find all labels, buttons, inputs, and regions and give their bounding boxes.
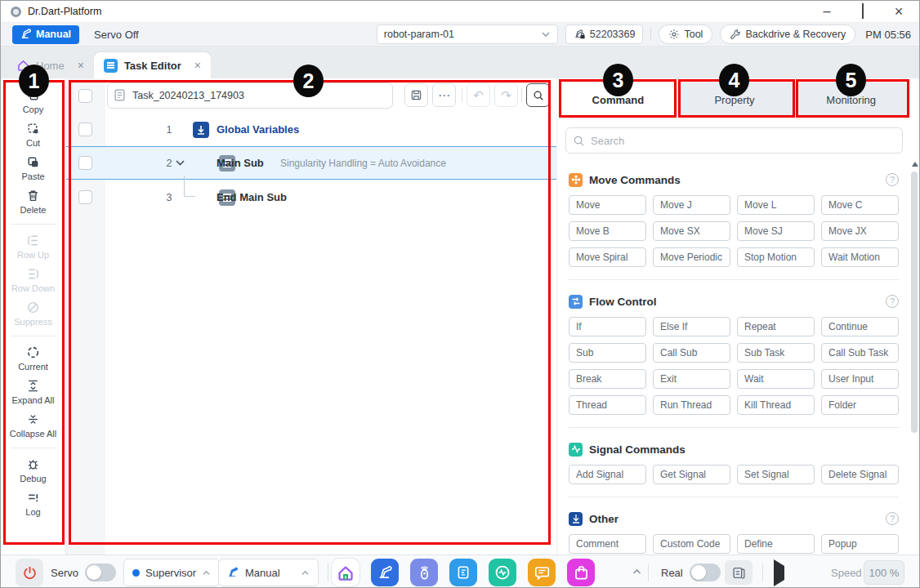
command-button[interactable]: Call Sub Task bbox=[821, 343, 899, 363]
tab-task-editor[interactable]: Task Editor × bbox=[94, 52, 211, 78]
speed-value[interactable]: 100 % bbox=[864, 560, 904, 585]
tool-button[interactable]: Tool bbox=[659, 24, 712, 44]
row-checkbox[interactable] bbox=[78, 156, 92, 170]
command-button[interactable]: Comment bbox=[569, 534, 646, 554]
tab-property[interactable]: Property bbox=[677, 82, 793, 118]
maximize-button[interactable] bbox=[855, 4, 870, 19]
jog-app-icon[interactable] bbox=[410, 559, 438, 586]
row-checkbox[interactable] bbox=[78, 190, 92, 204]
command-button[interactable]: Move bbox=[569, 195, 646, 215]
save-task-button[interactable] bbox=[404, 83, 428, 107]
minimize-button[interactable]: – bbox=[820, 4, 834, 19]
command-button[interactable]: Move Periodic bbox=[653, 247, 730, 267]
task-row-main-sub[interactable]: 2 Main Sub Singularity Handling = Auto A… bbox=[66, 146, 556, 180]
robot-mode-select[interactable]: Manual bbox=[218, 559, 319, 586]
command-button[interactable]: Thread bbox=[569, 395, 646, 415]
command-button[interactable]: Move JX bbox=[821, 221, 899, 241]
debug-button[interactable]: Debug bbox=[20, 457, 46, 483]
command-button[interactable]: Set Signal bbox=[737, 465, 815, 484]
taskbar-chevron-up-icon[interactable] bbox=[632, 568, 642, 575]
command-button[interactable]: Repeat bbox=[737, 317, 815, 336]
log-button[interactable]: Log bbox=[25, 491, 40, 517]
command-button[interactable]: Define bbox=[737, 534, 815, 554]
power-button[interactable] bbox=[16, 559, 43, 586]
tab-monitoring[interactable]: Monitoring bbox=[793, 82, 909, 118]
command-button[interactable]: Run Thread bbox=[653, 395, 730, 415]
store-app-icon[interactable] bbox=[567, 559, 595, 586]
command-button[interactable]: Call Sub bbox=[653, 343, 730, 363]
command-button[interactable]: Get Signal bbox=[653, 465, 730, 484]
view-3d-button[interactable] bbox=[725, 560, 753, 585]
row-down-button[interactable]: Row Down bbox=[11, 267, 55, 293]
command-button[interactable]: Sub Task bbox=[737, 343, 815, 363]
suppress-button[interactable]: Suppress bbox=[14, 301, 51, 327]
row-up-button[interactable]: Row Up bbox=[17, 234, 49, 260]
command-button[interactable]: Move B bbox=[569, 221, 646, 241]
command-button[interactable]: Delete Signal bbox=[821, 465, 899, 484]
command-button[interactable]: Move SX bbox=[653, 221, 730, 241]
chevron-down-icon[interactable] bbox=[175, 159, 185, 167]
robot-param-select[interactable]: robot-param-01 bbox=[377, 24, 558, 44]
servo-toggle[interactable] bbox=[85, 564, 116, 581]
tab-command[interactable]: Command bbox=[560, 82, 677, 118]
command-button[interactable]: Custom Code bbox=[653, 534, 730, 554]
expand-all-button[interactable]: Expand All bbox=[12, 379, 55, 405]
current-button[interactable]: Current bbox=[18, 345, 48, 372]
command-button[interactable]: Add Signal bbox=[569, 465, 646, 484]
command-button[interactable]: Continue bbox=[821, 317, 899, 336]
robot-serial-box[interactable]: 52203369 bbox=[565, 24, 644, 44]
command-button[interactable]: Move L bbox=[737, 195, 815, 215]
task-row-end-main-sub[interactable]: 3 End Main Sub bbox=[66, 180, 556, 214]
command-button[interactable]: Sub bbox=[569, 343, 646, 363]
redo-button[interactable]: ↷ bbox=[494, 83, 518, 107]
user-role-select[interactable]: Supervisor bbox=[123, 559, 220, 586]
delete-label: Delete bbox=[20, 205, 47, 215]
paste-button[interactable]: Paste bbox=[21, 155, 44, 181]
robot-app-icon[interactable] bbox=[371, 559, 399, 586]
task-row-global-variables[interactable]: 1 Global Variables bbox=[66, 113, 556, 146]
home-app-icon[interactable] bbox=[332, 559, 360, 586]
collapse-all-button[interactable]: Collapse All bbox=[10, 412, 56, 439]
cut-button[interactable]: Cut bbox=[26, 122, 40, 148]
backdrive-recovery-button[interactable]: Backdrive & Recovery bbox=[720, 24, 855, 44]
tab-home[interactable]: Home × bbox=[7, 52, 94, 78]
tab-task-editor-close-icon[interactable]: × bbox=[194, 59, 201, 72]
help-icon[interactable]: ? bbox=[886, 295, 899, 308]
search-task-button[interactable] bbox=[526, 83, 550, 107]
scroll-up-icon[interactable] bbox=[912, 162, 918, 167]
command-button[interactable]: Popup bbox=[821, 534, 899, 554]
play-button[interactable] bbox=[774, 566, 784, 581]
manual-mode-button[interactable]: Manual bbox=[12, 25, 79, 44]
panel-scrollbar[interactable] bbox=[911, 172, 918, 433]
help-icon[interactable]: ? bbox=[886, 512, 899, 525]
command-button[interactable]: Kill Thread bbox=[737, 395, 815, 415]
monitoring-app-icon[interactable] bbox=[489, 559, 516, 586]
tab-home-close-icon[interactable]: × bbox=[78, 59, 84, 72]
command-button[interactable]: If bbox=[569, 317, 646, 336]
command-button[interactable]: Move Spiral bbox=[569, 247, 646, 267]
task-editor-app-icon[interactable] bbox=[449, 559, 477, 586]
command-button[interactable]: Wait bbox=[737, 369, 815, 389]
task-name-input[interactable] bbox=[107, 82, 393, 109]
more-options-button[interactable]: ⋯ bbox=[432, 83, 456, 107]
command-button[interactable]: Stop Motion bbox=[737, 247, 815, 267]
command-button[interactable]: Folder bbox=[821, 395, 899, 415]
row-checkbox[interactable] bbox=[78, 122, 92, 136]
delete-button[interactable]: Delete bbox=[20, 189, 47, 215]
command-button[interactable]: Break bbox=[569, 369, 646, 389]
real-sim-toggle[interactable] bbox=[690, 564, 721, 581]
command-button[interactable]: Wait Motion bbox=[821, 247, 899, 267]
command-button[interactable]: Else If bbox=[653, 317, 730, 336]
command-search-input[interactable] bbox=[565, 127, 903, 154]
copy-button[interactable]: Copy bbox=[23, 88, 44, 114]
command-button[interactable]: Exit bbox=[653, 369, 730, 389]
message-app-icon[interactable] bbox=[528, 559, 556, 586]
command-button[interactable]: Move J bbox=[653, 195, 730, 215]
command-button[interactable]: Move C bbox=[821, 195, 899, 215]
select-all-checkbox[interactable] bbox=[78, 89, 92, 103]
command-button[interactable]: Move SJ bbox=[737, 221, 815, 241]
close-button[interactable]: × bbox=[891, 4, 906, 19]
help-icon[interactable]: ? bbox=[886, 173, 899, 186]
undo-button[interactable]: ↶ bbox=[467, 83, 490, 107]
command-button[interactable]: User Input bbox=[821, 369, 899, 389]
